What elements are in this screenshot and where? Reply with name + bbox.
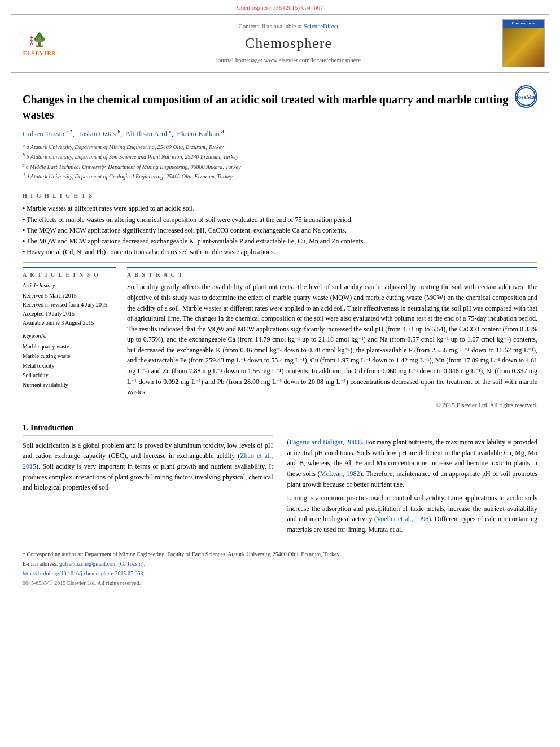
- elsevier-tree-icon: [23, 29, 56, 49]
- abstract-label: A B S T R A C T: [127, 267, 537, 279]
- revised-date: Received in revised form 4 July 2015: [23, 300, 116, 309]
- email-link[interactable]: gulsentozsin@gmail.com (G. Tozsin).: [59, 561, 145, 567]
- article-info-label: A R T I C L E I N F O: [23, 267, 116, 279]
- doi-line[interactable]: http://dx.doi.org/10.1016/j.chemosphere.…: [23, 570, 537, 578]
- introduction-text-col2: (Fageria and Baligar, 2008). For many pl…: [287, 437, 538, 535]
- highlight-item-1: Marble wastes at different rates were ap…: [23, 203, 537, 214]
- cover-label: Chemosphere: [503, 20, 544, 28]
- article-content: CrossMark Changes in the chemical compos…: [0, 73, 560, 595]
- introduction-section: 1. Introduction Soil acidification is a …: [23, 422, 537, 538]
- cover-artwork: [503, 28, 544, 67]
- footnote-area: * Corresponding author at: Department of…: [23, 547, 537, 587]
- issn-line: 0045-6535/© 2015 Elsevier Ltd. All right…: [23, 579, 537, 587]
- ref-fageria[interactable]: Fageria and Baligar, 2008: [290, 438, 360, 446]
- doi-link[interactable]: http://dx.doi.org/10.1016/j.chemosphere.…: [23, 570, 143, 576]
- journal-reference: Chemosphere 138 (2015) 664–667: [0, 0, 560, 14]
- highlights-label: H I G H L I G H T S: [23, 192, 537, 200]
- svg-point-5: [30, 37, 33, 39]
- keyword-2: Marble cutting waste: [23, 351, 116, 361]
- introduction-two-col: 1. Introduction Soil acidification is a …: [23, 422, 537, 538]
- journal-title-area: Contents lists available at ScienceDirec…: [79, 19, 498, 67]
- affiliation-c: c c Middle East Technical University, De…: [23, 162, 537, 172]
- keyword-1: Marble quarry waste: [23, 342, 116, 351]
- introduction-text-col1: Soil acidification is a global problem a…: [23, 440, 273, 493]
- email-note: E-mail address: gulsentozsin@gmail.com (…: [23, 560, 537, 568]
- affiliation-b: b b Ataturk University, Department of So…: [23, 152, 537, 161]
- affiliations: a a Ataturk University, Department of Mi…: [23, 142, 537, 181]
- article-title: Changes in the chemical composition of a…: [23, 92, 537, 123]
- journal-title: Chemosphere: [245, 33, 332, 54]
- svg-line-10: [32, 43, 33, 46]
- svg-text:CrossMark: CrossMark: [516, 93, 536, 100]
- abstract-text: Soil acidity greatly affects the availab…: [127, 282, 537, 397]
- crossmark-icon: CrossMark: [515, 85, 537, 108]
- elsevier-logo: ELSEVIER: [11, 28, 68, 59]
- author-oztas[interactable]: Taskin Oztas: [78, 129, 116, 138]
- ref-voeller[interactable]: Voeller et al., 1998: [377, 515, 428, 523]
- elsevier-logo-area: ELSEVIER: [11, 19, 79, 67]
- affiliation-a: a a Ataturk University, Department of Mi…: [23, 142, 537, 152]
- article-info-abstract: A R T I C L E I N F O Article history: R…: [23, 267, 537, 409]
- highlight-item-2: The effects of marble wastes on altering…: [23, 215, 537, 225]
- highlight-item-4: The MQW and MCW applications decreased e…: [23, 236, 537, 247]
- author-tozsin[interactable]: Gulsen Tozsin: [23, 129, 64, 138]
- journal-header: ELSEVIER Contents lists available at Sci…: [11, 14, 549, 72]
- article-info-column: A R T I C L E I N F O Article history: R…: [23, 267, 116, 409]
- highlights-section: H I G H L I G H T S Marble wastes at dif…: [23, 192, 537, 257]
- ref-zhao[interactable]: Zhao et al., 2015: [23, 452, 273, 470]
- cover-image: Chemosphere: [502, 19, 545, 67]
- affiliation-d: d d Ataturk University, Department of Ge…: [23, 172, 537, 181]
- intro-col-left: 1. Introduction Soil acidification is a …: [23, 422, 273, 538]
- section-divider-2: [23, 262, 537, 263]
- elsevier-wordmark: ELSEVIER: [23, 50, 56, 58]
- keywords-section: Keywords: Marble quarry waste Marble cut…: [23, 332, 116, 390]
- article-history: Article history: Received 5 March 2015 R…: [23, 282, 116, 327]
- corresponding-author-note: * Corresponding author at: Department of…: [23, 551, 537, 558]
- journal-homepage: journal homepage: www.elsevier.com/locat…: [216, 56, 361, 64]
- highlight-item-5: Heavy metal (Cd, Ni and Pb) concentratio…: [23, 247, 537, 257]
- crossmark-svg: CrossMark: [516, 86, 536, 107]
- online-date: Available online 3 August 2015: [23, 318, 116, 327]
- authors-line: Gulsen Tozsin a,*, Taskin Oztas b, Ali I…: [23, 128, 537, 139]
- received-date: Received 5 March 2015: [23, 291, 116, 300]
- history-heading: Article history:: [23, 282, 116, 290]
- keyword-3: Metal toxicity: [23, 361, 116, 370]
- highlights-list: Marble wastes at different rates were ap…: [23, 203, 537, 257]
- crossmark-badge[interactable]: CrossMark: [515, 85, 537, 108]
- copyright-line: © 2015 Elsevier Ltd. All rights reserved…: [127, 401, 537, 409]
- keywords-heading: Keywords:: [23, 332, 116, 340]
- sciencedirect-anchor[interactable]: ScienceDirect: [304, 23, 339, 29]
- accepted-date: Accepted 19 July 2015: [23, 309, 116, 318]
- journal-cover: Chemosphere: [498, 19, 549, 67]
- author-kalkan[interactable]: Ekrem Kalkan: [177, 129, 219, 138]
- author-arol[interactable]: Ali Ihsan Arol: [125, 129, 167, 138]
- intro-col-right: (Fageria and Baligar, 2008). For many pl…: [287, 422, 538, 538]
- ref-mclean[interactable]: McLean, 1982: [320, 470, 360, 478]
- section-divider-3: [23, 414, 537, 414]
- keyword-4: Soil acidity: [23, 370, 116, 380]
- highlight-item-3: The MQW and MCW applications significant…: [23, 225, 537, 236]
- introduction-heading: 1. Introduction: [23, 422, 273, 436]
- svg-line-9: [30, 43, 32, 46]
- section-divider-1: [23, 187, 537, 187]
- keyword-5: Nutrient availability: [23, 380, 116, 390]
- sciencedirect-link[interactable]: Contents lists available at ScienceDirec…: [238, 22, 338, 30]
- abstract-column: A B S T R A C T Soil acidity greatly aff…: [127, 267, 537, 409]
